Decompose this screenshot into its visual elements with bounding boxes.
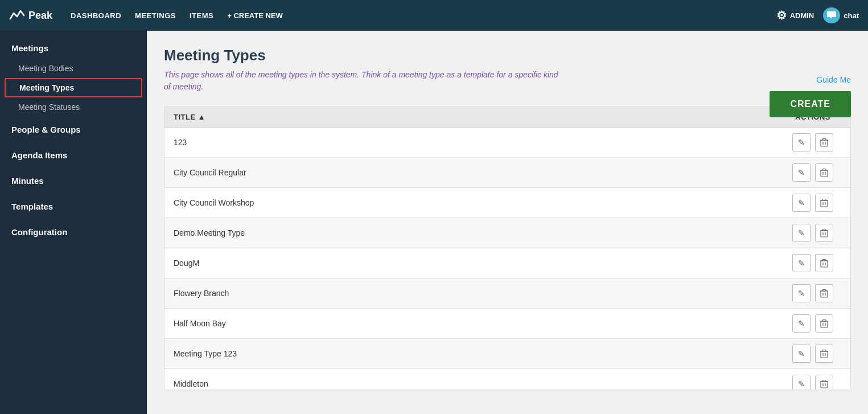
- delete-button[interactable]: [815, 284, 833, 302]
- nav-meetings[interactable]: MEETINGS: [135, 11, 176, 20]
- sidebar-section-templates[interactable]: Templates: [0, 194, 147, 219]
- top-right-actions: Guide Me CREATE: [770, 75, 851, 117]
- chat-label: chat: [844, 11, 859, 20]
- sidebar-section-meetings[interactable]: Meetings: [0, 35, 147, 59]
- delete-button[interactable]: [815, 194, 833, 212]
- create-button[interactable]: CREATE: [770, 91, 851, 117]
- sidebar-section-agenda-items[interactable]: Agenda Items: [0, 142, 147, 168]
- row-actions: ✎: [784, 163, 841, 182]
- edit-button[interactable]: ✎: [792, 254, 811, 272]
- nav-dashboard[interactable]: DASHBOARD: [71, 11, 121, 20]
- svg-rect-8: [821, 200, 828, 207]
- table-header: TITLE ▲ ACTIONS: [164, 107, 850, 128]
- table-row: Flowery Branch ✎: [164, 278, 850, 309]
- edit-button[interactable]: ✎: [792, 133, 811, 151]
- sidebar-item-meeting-bodies[interactable]: Meeting Bodies: [0, 59, 147, 78]
- delete-button[interactable]: [815, 224, 833, 242]
- row-actions: ✎: [784, 194, 841, 212]
- row-title: DougM: [174, 259, 784, 268]
- meeting-types-table: TITLE ▲ ACTIONS 123 ✎ City Council Regul…: [164, 106, 851, 390]
- table-row: City Council Workshop ✎: [164, 188, 850, 218]
- sidebar-item-meeting-types[interactable]: Meeting Types: [5, 78, 142, 97]
- nav-items[interactable]: ITEMS: [190, 11, 213, 20]
- delete-button[interactable]: [815, 314, 833, 333]
- table-row: Demo Meeting Type ✎: [164, 218, 850, 248]
- row-actions: ✎: [784, 375, 841, 390]
- row-actions: ✎: [784, 224, 841, 242]
- edit-button[interactable]: ✎: [792, 224, 811, 242]
- svg-rect-32: [821, 382, 828, 388]
- guide-me-link[interactable]: Guide Me: [816, 75, 851, 84]
- sidebar-section-configuration[interactable]: Configuration: [0, 219, 147, 245]
- row-title: Meeting Type 123: [174, 349, 784, 358]
- svg-rect-28: [821, 351, 828, 358]
- svg-rect-24: [821, 321, 828, 327]
- row-title: Half Moon Bay: [174, 319, 784, 328]
- sidebar: Meetings Meeting Bodies Meeting Types Me…: [0, 31, 147, 414]
- table-row: Middleton ✎: [164, 369, 850, 390]
- row-actions: ✎: [784, 345, 841, 363]
- nav-create-new[interactable]: + CREATE NEW: [227, 11, 283, 20]
- svg-rect-20: [821, 291, 828, 297]
- main-content: Meeting Types This page shows all of the…: [147, 31, 868, 414]
- page-description: This page shows all of the meeting types…: [164, 69, 562, 93]
- row-title: Middleton: [174, 379, 784, 388]
- row-actions: ✎: [784, 284, 841, 302]
- delete-button[interactable]: [815, 345, 833, 363]
- sidebar-section-people-groups[interactable]: People & Groups: [0, 117, 147, 142]
- delete-button[interactable]: [815, 163, 833, 182]
- row-actions: ✎: [784, 314, 841, 333]
- admin-label: ADMIN: [790, 11, 814, 20]
- page-title: Meeting Types: [164, 47, 851, 64]
- edit-button[interactable]: ✎: [792, 314, 811, 333]
- svg-rect-0: [821, 140, 828, 146]
- chat-button[interactable]: chat: [823, 7, 859, 23]
- row-title: Flowery Branch: [174, 289, 784, 298]
- sidebar-item-meeting-statuses[interactable]: Meeting Statuses: [0, 97, 147, 117]
- row-title: City Council Workshop: [174, 198, 784, 207]
- chat-bubble-icon: [823, 7, 840, 23]
- top-nav: Peak DASHBOARD MEETINGS ITEMS + CREATE N…: [0, 0, 868, 31]
- nav-right: ⚙ ADMIN chat: [776, 7, 859, 23]
- svg-rect-12: [821, 231, 828, 237]
- edit-button[interactable]: ✎: [792, 345, 811, 363]
- row-title: Demo Meeting Type: [174, 228, 784, 237]
- table-row: Half Moon Bay ✎: [164, 309, 850, 339]
- edit-button[interactable]: ✎: [792, 284, 811, 302]
- sidebar-section-minutes[interactable]: Minutes: [0, 168, 147, 194]
- table-row: 123 ✎: [164, 128, 850, 158]
- delete-button[interactable]: [815, 375, 833, 390]
- svg-rect-16: [821, 261, 828, 267]
- delete-button[interactable]: [815, 254, 833, 272]
- admin-button[interactable]: ⚙ ADMIN: [776, 9, 814, 22]
- table-row: DougM ✎: [164, 248, 850, 278]
- col-title-header: TITLE ▲: [174, 113, 784, 121]
- row-actions: ✎: [784, 254, 841, 272]
- edit-button[interactable]: ✎: [792, 194, 811, 212]
- table-row: City Council Regular ✎: [164, 158, 850, 188]
- edit-button[interactable]: ✎: [792, 163, 811, 182]
- main-layout: Meetings Meeting Bodies Meeting Types Me…: [0, 31, 868, 414]
- svg-rect-4: [821, 170, 828, 177]
- table-body: 123 ✎ City Council Regular ✎: [164, 128, 850, 390]
- table-row: Meeting Type 123 ✎: [164, 339, 850, 369]
- gear-icon: ⚙: [776, 9, 787, 22]
- app-logo[interactable]: Peak: [9, 7, 52, 23]
- row-actions: ✎: [784, 133, 841, 151]
- row-title: 123: [174, 138, 784, 147]
- edit-button[interactable]: ✎: [792, 375, 811, 390]
- delete-button[interactable]: [815, 133, 833, 151]
- row-title: City Council Regular: [174, 168, 784, 177]
- app-name: Peak: [28, 10, 52, 22]
